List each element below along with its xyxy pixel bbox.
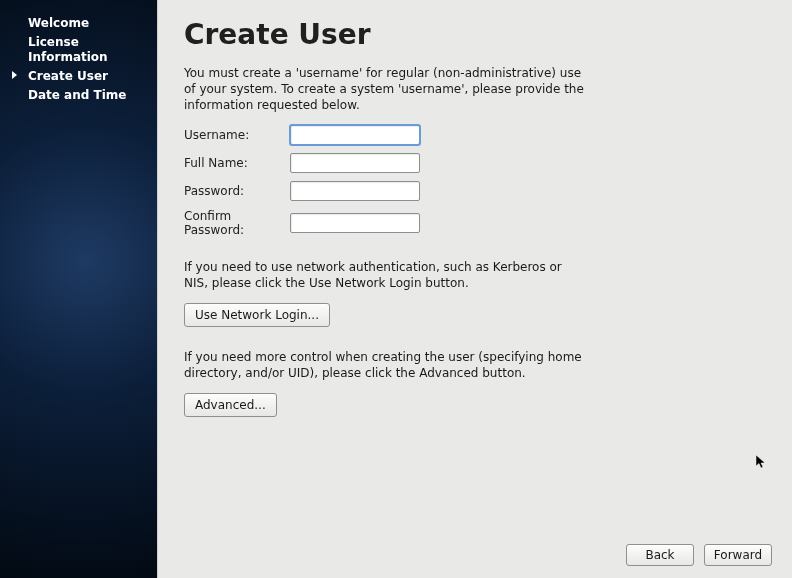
sidebar-item-label: License Information — [28, 35, 108, 64]
footer-buttons: Back Forward — [626, 544, 772, 566]
password-input[interactable] — [290, 181, 420, 201]
app-window: Welcome License Information Create User … — [0, 0, 792, 578]
sidebar-item-label: Welcome — [28, 16, 89, 30]
back-button[interactable]: Back — [626, 544, 694, 566]
use-network-login-button[interactable]: Use Network Login... — [184, 303, 330, 327]
row-confirm: Confirm Password: — [184, 209, 766, 237]
confirm-password-input[interactable] — [290, 213, 420, 233]
sidebar: Welcome License Information Create User … — [0, 0, 157, 578]
row-fullname: Full Name: — [184, 153, 766, 173]
sidebar-item-license-information[interactable]: License Information — [0, 33, 157, 67]
page-title: Create User — [184, 18, 766, 51]
row-username: Username: — [184, 125, 766, 145]
sidebar-item-welcome[interactable]: Welcome — [0, 14, 157, 33]
label-fullname: Full Name: — [184, 156, 290, 170]
label-username: Username: — [184, 128, 290, 142]
sidebar-item-label: Date and Time — [28, 88, 126, 102]
content-pane: Create User You must create a 'username'… — [158, 0, 792, 578]
sidebar-item-create-user[interactable]: Create User — [0, 67, 157, 86]
user-form: Username: Full Name: Password: Confirm P… — [184, 125, 766, 237]
network-login-text: If you need to use network authenticatio… — [184, 259, 584, 291]
advanced-button[interactable]: Advanced... — [184, 393, 277, 417]
intro-text: You must create a 'username' for regular… — [184, 65, 584, 113]
sidebar-item-date-and-time[interactable]: Date and Time — [0, 86, 157, 105]
sidebar-item-label: Create User — [28, 69, 108, 83]
forward-button[interactable]: Forward — [704, 544, 772, 566]
label-password: Password: — [184, 184, 290, 198]
username-input[interactable] — [290, 125, 420, 145]
row-password: Password: — [184, 181, 766, 201]
label-confirm: Confirm Password: — [184, 209, 290, 237]
advanced-text: If you need more control when creating t… — [184, 349, 584, 381]
mouse-cursor-icon — [756, 455, 766, 469]
fullname-input[interactable] — [290, 153, 420, 173]
